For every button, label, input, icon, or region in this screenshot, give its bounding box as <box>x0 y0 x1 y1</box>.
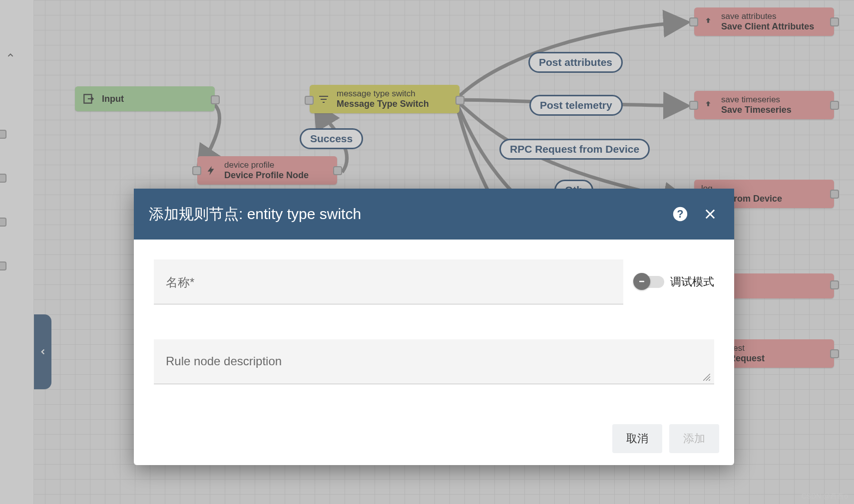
name-input[interactable]: 名称* <box>154 259 623 304</box>
dialog-title: 添加规则节点: entity type switch <box>149 204 659 225</box>
dialog-body: 名称* 调试模式 Rule node description <box>134 240 734 414</box>
cancel-button[interactable]: 取消 <box>612 424 662 453</box>
help-button[interactable]: ? <box>671 205 689 223</box>
svg-text:?: ? <box>677 208 684 220</box>
svg-rect-3 <box>639 281 644 282</box>
toggle-track <box>635 276 664 288</box>
name-input-label: 名称* <box>166 274 194 290</box>
dialog-header: 添加规则节点: entity type switch ? <box>134 189 734 240</box>
description-label: Rule node description <box>166 354 282 368</box>
add-rule-node-dialog: 添加规则节点: entity type switch ? 名称* 调试模式 Ru… <box>134 189 734 465</box>
add-button[interactable]: 添加 <box>669 424 719 453</box>
dialog-footer: 取消 添加 <box>134 414 734 465</box>
description-input[interactable]: Rule node description <box>154 339 714 384</box>
resize-grip-icon[interactable] <box>703 374 710 381</box>
minus-icon <box>637 276 647 286</box>
close-button[interactable] <box>701 205 719 223</box>
debug-mode-label: 调试模式 <box>670 274 714 289</box>
watermark: CSDN @西西o <box>801 492 848 501</box>
debug-mode-toggle[interactable]: 调试模式 <box>635 274 714 289</box>
close-icon <box>703 207 717 221</box>
help-icon: ? <box>672 206 689 223</box>
toggle-knob <box>633 273 650 290</box>
